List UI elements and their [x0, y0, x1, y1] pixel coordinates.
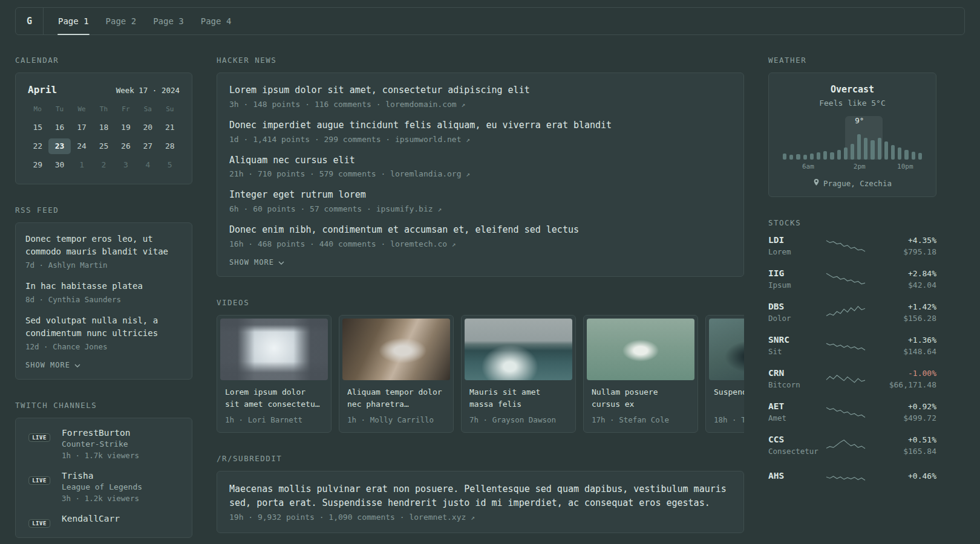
stock-name: Amet: [768, 413, 826, 423]
hackernews-item-title[interactable]: Donec imperdiet augue tincidunt felis al…: [229, 119, 731, 132]
stock-change: +2.84%: [866, 269, 936, 278]
stock-sparkline: [826, 270, 866, 288]
domain-label: loremnet.xyz: [409, 513, 466, 522]
stock-id: CRN Bitcorn: [768, 368, 826, 389]
rss-widget: RSS FEED Donec tempor eros leo, ut commo…: [15, 206, 192, 380]
hackernews-item-domain-link[interactable]: loremtech.co ↗: [390, 239, 456, 248]
video-title: Aliquam tempor dolor nec pharetra…: [347, 386, 445, 410]
middle-column: HACKER NEWS Lorem ipsum dolor sit amet, …: [217, 56, 744, 533]
stock-id: DBS Dolor: [768, 302, 826, 323]
stock-id: IIG Ipsum: [768, 268, 826, 290]
video-card[interactable]: Nullam posuere cursus ex 17h · Stefan Co…: [583, 315, 698, 433]
app-logo[interactable]: G: [16, 8, 44, 34]
twitch-channel-meta: 3h · 1.2k viewers: [62, 494, 142, 503]
calendar-day: 22: [27, 138, 48, 154]
calendar-dow: Tu: [48, 100, 70, 117]
stock-row[interactable]: CCS Consectetur +0.51% $165.84: [768, 435, 936, 456]
rss-item-title[interactable]: Donec tempor eros leo, ut commodo mauris…: [25, 233, 182, 258]
hackernews-item-domain-link[interactable]: ipsumworld.net ↗: [395, 135, 470, 144]
video-card[interactable]: Mauris sit amet massa felis 7h · Grayson…: [461, 315, 576, 433]
subreddit-post-title[interactable]: Maecenas mollis pulvinar erat non posuer…: [229, 482, 731, 511]
video-thumbnail: [709, 319, 744, 380]
external-link-icon: ↗: [452, 241, 456, 248]
stock-sparkline: [826, 303, 866, 322]
stock-values: +0.46%: [866, 471, 936, 483]
hackernews-item: Lorem ipsum dolor sit amet, consectetur …: [229, 84, 731, 109]
calendar-dow: Mo: [27, 100, 48, 117]
videos-title: VIDEOS: [217, 298, 744, 307]
stock-symbol: CRN: [768, 368, 826, 378]
stock-row[interactable]: SNRC Sit +1.36% $148.64: [768, 335, 936, 356]
stock-row[interactable]: AET Amet +0.92% $499.72: [768, 401, 936, 423]
stock-values: +0.51% $165.84: [866, 435, 936, 456]
subreddit-post-stats: 19h · 9,932 points · 1,090 comments ·: [229, 513, 409, 522]
calendar-week-year: Week 17 · 2024: [116, 86, 180, 95]
video-info: Suspendisse diam 18h · Tara: [709, 380, 744, 429]
rss-item-title[interactable]: In hac habitasse platea: [25, 280, 182, 293]
stock-row[interactable]: AHS +0.46%: [768, 468, 936, 486]
hackernews-item-domain-link[interactable]: ipsumify.biz ↗: [376, 204, 442, 213]
video-title: Suspendisse diam: [714, 386, 744, 410]
weather-condition: Overcast: [777, 84, 927, 95]
stock-sparkline: [826, 403, 866, 421]
stock-sparkline: [826, 337, 866, 355]
stock-price: $42.04: [866, 280, 936, 290]
twitch-channel-meta: 1h · 1.7k viewers: [62, 451, 139, 460]
hackernews-item-meta: 16h · 468 points · 440 comments · loremt…: [229, 239, 731, 248]
hackernews-item-title[interactable]: Donec enim nibh, condimentum et accumsan…: [229, 224, 731, 237]
stock-name: Dolor: [768, 314, 826, 323]
calendar-dow: Fr: [115, 100, 137, 117]
video-card[interactable]: Suspendisse diam 18h · Tara: [705, 315, 744, 433]
stock-values: +1.42% $156.28: [866, 302, 936, 323]
twitch-channel-row[interactable]: LIVE Trisha League of Legends 3h · 1.2k …: [25, 471, 182, 503]
calendar-day-next-month: 1: [71, 157, 93, 173]
weather-time-label: 6am: [802, 163, 814, 170]
hackernews-item-title[interactable]: Lorem ipsum dolor sit amet, consectetur …: [229, 84, 731, 97]
twitch-card: LIVE ForrestBurton Counter-Strike 1h · 1…: [15, 418, 192, 538]
tab-page-2[interactable]: Page 2: [97, 8, 145, 34]
stock-change: +0.51%: [866, 435, 936, 444]
twitch-channel-row[interactable]: LIVE ForrestBurton Counter-Strike 1h · 1…: [25, 428, 182, 460]
stock-price: $795.18: [866, 247, 936, 256]
tab-page-4[interactable]: Page 4: [192, 8, 240, 34]
hackernews-item-title[interactable]: Aliquam nec cursus elit: [229, 154, 731, 167]
rss-show-more-button[interactable]: SHOW MORE: [25, 361, 80, 369]
subreddit-post-domain-link[interactable]: loremnet.xyz ↗: [409, 513, 474, 522]
stock-symbol: LDI: [768, 235, 826, 245]
live-badge: LIVE: [28, 519, 50, 528]
calendar-day: 30: [48, 157, 70, 173]
external-link-icon: ↗: [466, 136, 470, 144]
show-more-label: SHOW MORE: [229, 258, 274, 267]
video-meta: 7h · Grayson Dawson: [469, 415, 567, 424]
hackernews-item-domain-link[interactable]: loremlandia.org ↗: [390, 169, 470, 178]
domain-label: loremdomain.com: [385, 100, 456, 109]
rss-item-title[interactable]: Sed volutpat nulla nisl, a condimentum n…: [25, 314, 182, 340]
stock-row[interactable]: CRN Bitcorn -1.00% $66,171.48: [768, 368, 936, 389]
stock-row[interactable]: IIG Ipsum +2.84% $42.04: [768, 268, 936, 290]
video-card[interactable]: Lorem ipsum dolor sit amet consectetu… 1…: [217, 315, 332, 433]
tab-page-3[interactable]: Page 3: [145, 8, 192, 34]
stock-name: Consectetur: [768, 447, 826, 456]
right-column: WEATHER Overcast Feels like 5°C 9° 6am 2…: [768, 56, 936, 498]
hackernews-item-stats: 21h · 710 points · 579 comments ·: [229, 169, 390, 178]
hackernews-item-stats: 16h · 468 points · 440 comments ·: [229, 239, 390, 248]
stock-id: SNRC Sit: [768, 335, 826, 356]
twitch-channel-row[interactable]: LIVE KendallCarr: [25, 514, 182, 528]
video-info: Nullam posuere cursus ex 17h · Stefan Co…: [587, 380, 694, 429]
video-card[interactable]: Aliquam tempor dolor nec pharetra… 1h · …: [339, 315, 454, 433]
tab-page-1[interactable]: Page 1: [50, 8, 97, 34]
hackernews-item-title[interactable]: Integer eget rutrum lorem: [229, 189, 731, 202]
calendar-day-next-month: 3: [115, 157, 137, 173]
hackernews-show-more-button[interactable]: SHOW MORE: [229, 258, 284, 267]
rss-card: Donec tempor eros leo, ut commodo mauris…: [15, 222, 192, 380]
stock-id: AET Amet: [768, 401, 826, 423]
hackernews-item-domain-link[interactable]: loremdomain.com ↗: [385, 100, 465, 109]
stock-row[interactable]: LDI Lorem +4.35% $795.18: [768, 235, 936, 256]
twitch-channel-game: Counter-Strike: [62, 439, 139, 448]
video-title: Nullam posuere cursus ex: [592, 386, 690, 410]
twitch-avatar-wrap: LIVE: [25, 471, 53, 485]
weather-location-label: Prague, Czechia: [823, 179, 892, 188]
stock-row[interactable]: DBS Dolor +1.42% $156.28: [768, 302, 936, 323]
rss-item: Sed volutpat nulla nisl, a condimentum n…: [25, 314, 182, 351]
video-meta: 1h · Molly Carrillo: [347, 415, 445, 424]
